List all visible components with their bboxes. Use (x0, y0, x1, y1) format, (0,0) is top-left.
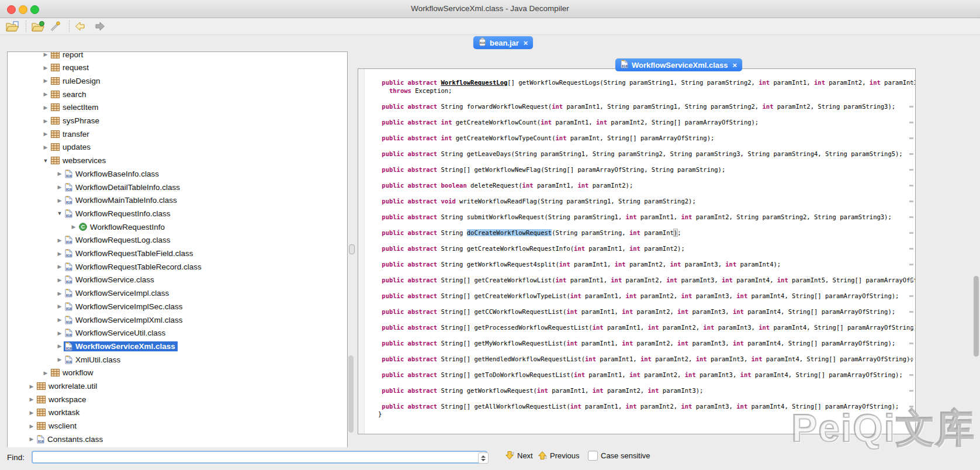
tree-item[interactable]: ▶report (41, 51, 85, 61)
chevron-right-icon[interactable]: ▶ (41, 91, 50, 97)
tree-item[interactable]: ▶workspace (27, 393, 89, 406)
tree-item[interactable]: ▼010WorkflowRequestInfo.class (56, 207, 173, 220)
tab-bean-jar[interactable]: 010 bean.jar × (473, 36, 533, 49)
svg-text:010: 010 (66, 347, 72, 350)
tree-item[interactable]: ▶CWorkflowRequestInfo (70, 220, 167, 233)
class-icon: C (79, 223, 87, 231)
chevron-down-icon[interactable]: ▼ (41, 158, 50, 164)
find-input[interactable] (32, 451, 487, 464)
tree-scrollbar[interactable] (974, 276, 979, 357)
code-scrollbar[interactable] (348, 355, 354, 433)
chevron-right-icon[interactable]: ▶ (56, 251, 64, 257)
chevron-right-icon[interactable]: ▶ (56, 171, 64, 177)
chevron-right-icon[interactable]: ▶ (41, 105, 50, 110)
chevron-right-icon[interactable]: ▶ (41, 131, 50, 137)
chevron-right-icon[interactable]: ▶ (41, 78, 50, 84)
code-line (378, 158, 916, 166)
tree-item[interactable]: ▶workflow (41, 367, 96, 379)
tree-item[interactable]: ▶transfer (41, 127, 92, 140)
find-previous-button[interactable]: Previous (538, 451, 580, 460)
tree-item-label: request (63, 63, 89, 72)
tree-item[interactable]: ▶010WorkflowBaseInfo.class (56, 167, 161, 180)
overview-ruler-mark (909, 343, 913, 344)
chevron-right-icon[interactable]: ▶ (56, 264, 64, 269)
forward-icon[interactable] (91, 20, 106, 33)
chevron-right-icon[interactable]: ▶ (56, 303, 64, 309)
chevron-right-icon[interactable]: ▶ (27, 410, 36, 416)
package-explorer[interactable]: ▶report▶request▶ruleDesign▶search▶select… (7, 51, 348, 448)
chevron-right-icon[interactable]: ▶ (70, 224, 78, 230)
code-text[interactable]: public abstract WorkflowRequestLog[] get… (378, 79, 916, 419)
code-line: public abstract String[] getMyWorkflowRe… (378, 340, 916, 348)
tree-item[interactable]: ▶010XmlUtil.class (56, 353, 123, 366)
tree-item[interactable]: ▼webservices (41, 154, 108, 167)
tree-item[interactable]: ▶010WorkflowServiceUtil.class (56, 327, 168, 340)
tree-item[interactable]: ▶010WorkflowMainTableInfo.class (56, 194, 179, 207)
find-next-button[interactable]: Next (505, 451, 533, 460)
code-line (378, 331, 916, 340)
overview-ruler-mark (909, 216, 913, 218)
tree-item[interactable]: ▶010WorkflowServiceImpl.class (56, 287, 171, 300)
code-line (378, 395, 916, 403)
combo-stepper-icon[interactable] (478, 452, 489, 464)
chevron-right-icon[interactable]: ▶ (41, 118, 50, 124)
tree-item[interactable]: ▶010WorkflowServiceXml.class (56, 340, 178, 352)
tree-item[interactable]: ▶worktask (27, 406, 82, 419)
decompiled-source-view[interactable]: public abstract WorkflowRequestLog[] get… (358, 68, 916, 434)
close-icon[interactable]: × (524, 39, 528, 47)
open-file-icon[interactable] (5, 20, 20, 33)
tree-item[interactable]: ▶010WorkflowDetailTableInfo.class (56, 181, 182, 193)
chevron-right-icon[interactable]: ▶ (56, 184, 64, 190)
case-sensitive-option[interactable]: Case sensitive (588, 451, 650, 461)
overview-ruler-mark (909, 264, 913, 265)
tree-item[interactable]: ▶010WorkflowRequestTableField.class (56, 247, 196, 260)
tree-item[interactable]: ▶010WorkflowRequestTableRecord.class (56, 260, 204, 273)
chevron-right-icon[interactable]: ▶ (56, 291, 64, 296)
tree-item-label: WorkflowDetailTableInfo.class (75, 183, 180, 192)
chevron-right-icon[interactable]: ▶ (27, 436, 36, 442)
tree-item[interactable]: ▶010WorkflowService.class (56, 274, 157, 286)
tree-item[interactable]: ▶010Constants.class (27, 433, 105, 445)
tree-item[interactable]: ▶ruleDesign (41, 74, 103, 87)
code-gutter (358, 69, 365, 434)
tree-item[interactable]: ▶010WorkflowServiceImplXml.class (56, 313, 185, 326)
back-icon[interactable] (74, 20, 89, 33)
chevron-right-icon[interactable]: ▶ (56, 357, 64, 362)
tree-item[interactable]: ▶wsclient (27, 420, 79, 433)
tree-item-label: workrelate.util (49, 382, 97, 390)
tree-item[interactable]: ▶sysPhrase (41, 115, 102, 127)
tab-workflowservicexml[interactable]: 010 WorkflowServiceXml.class × (615, 58, 742, 71)
tree-item[interactable]: ▶010WorkflowServiceImplSec.class (56, 300, 185, 313)
chevron-right-icon[interactable]: ▶ (41, 65, 50, 71)
chevron-right-icon[interactable]: ▶ (56, 237, 64, 243)
chevron-right-icon[interactable]: ▶ (41, 51, 50, 57)
tree-item[interactable]: ▶selectItem (41, 101, 101, 114)
search-icon[interactable] (48, 20, 63, 33)
code-line (378, 174, 916, 182)
tree-item[interactable]: ▶010WorkflowRequestLog.class (56, 234, 173, 247)
chevron-right-icon[interactable]: ▶ (56, 330, 64, 336)
code-line: public abstract String forwardWorkflowRe… (378, 103, 916, 111)
svg-text:010: 010 (66, 307, 72, 310)
open-type-icon[interactable] (30, 20, 46, 33)
tree-item[interactable]: ▶request (41, 61, 91, 74)
chevron-right-icon[interactable]: ▶ (27, 423, 36, 429)
close-icon[interactable]: × (733, 61, 737, 70)
chevron-right-icon[interactable]: ▶ (27, 396, 36, 402)
tree-item[interactable]: ▶search (41, 88, 89, 101)
tree-item-label: WorkflowServiceUtil.class (75, 329, 165, 337)
chevron-right-icon[interactable]: ▶ (27, 383, 36, 389)
tree-item[interactable]: ▶updates (41, 141, 93, 154)
tree-item[interactable]: ▶workrelate.util (27, 380, 99, 393)
chevron-right-icon[interactable]: ▶ (56, 317, 64, 323)
chevron-right-icon[interactable]: ▶ (41, 144, 50, 150)
chevron-right-icon[interactable]: ▶ (56, 198, 64, 203)
chevron-right-icon[interactable]: ▶ (41, 370, 50, 376)
overview-ruler-mark (909, 279, 913, 281)
chevron-right-icon[interactable]: ▶ (56, 277, 64, 283)
tree-item-label: WorkflowServiceImpl.class (75, 289, 169, 298)
chevron-right-icon[interactable]: ▶ (56, 343, 64, 349)
splitter-handle[interactable] (349, 244, 355, 254)
case-sensitive-checkbox[interactable] (588, 451, 598, 461)
chevron-down-icon[interactable]: ▼ (56, 210, 64, 216)
